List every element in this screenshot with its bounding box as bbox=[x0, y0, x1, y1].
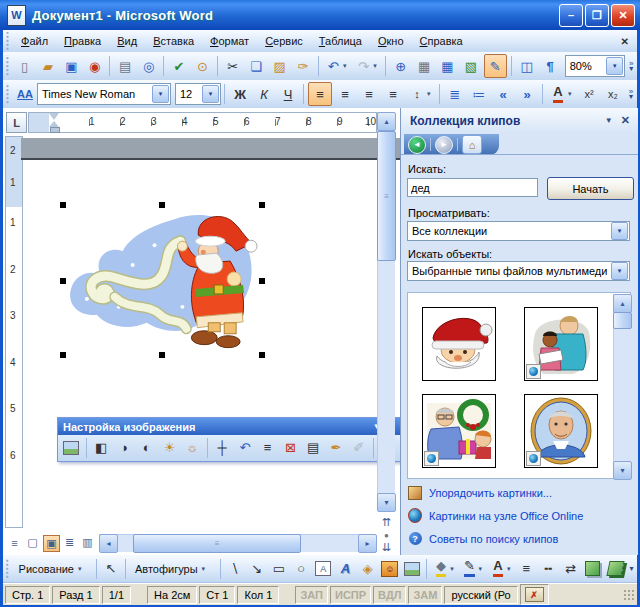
status-mode-ext[interactable]: ВДЛ bbox=[373, 586, 406, 604]
line-color-icon[interactable]: ✎ bbox=[459, 558, 479, 580]
menu-table[interactable]: Таблица bbox=[311, 32, 370, 50]
font-color-icon[interactable]: А bbox=[488, 558, 508, 580]
numbered-list-icon[interactable]: ≣ bbox=[444, 83, 466, 105]
save-icon[interactable]: ▣ bbox=[61, 55, 82, 77]
crop-icon[interactable]: ┼ bbox=[212, 437, 233, 458]
clip-art-icon[interactable]: ☺ bbox=[380, 558, 400, 580]
clip-thumbnail-santa-face[interactable] bbox=[422, 307, 496, 381]
search-go-button[interactable]: Начать bbox=[547, 177, 634, 200]
outline-view-icon[interactable]: ≣ bbox=[61, 534, 78, 551]
line-style-icon[interactable]: ≡ bbox=[257, 437, 278, 458]
copy-icon[interactable]: ❏ bbox=[245, 55, 266, 77]
toolbar-options-icon[interactable]: »▾ bbox=[625, 82, 637, 106]
browse-next-icon[interactable]: ⇊ bbox=[378, 539, 395, 555]
menu-view[interactable]: Вид bbox=[109, 32, 145, 50]
results-scroll-up-icon[interactable]: ▴ bbox=[613, 294, 632, 313]
drawing-toggle-icon[interactable]: ✎ bbox=[484, 54, 507, 78]
status-mode-ovr[interactable]: ЗАМ bbox=[408, 586, 442, 604]
line-style-icon[interactable]: ≡ bbox=[516, 558, 536, 580]
oval-tool-icon[interactable]: ○ bbox=[291, 558, 311, 580]
autoshapes-menu-button[interactable]: Автофигуры▾ bbox=[129, 561, 217, 577]
search-input[interactable] bbox=[407, 178, 538, 197]
task-pane-close-icon[interactable]: ✕ bbox=[619, 114, 638, 127]
toolbar-grip[interactable] bbox=[5, 32, 10, 50]
font-dropdown-icon[interactable]: ▾ bbox=[152, 85, 169, 103]
resize-handle[interactable] bbox=[60, 352, 66, 358]
insert-table-icon[interactable]: ▦ bbox=[437, 55, 458, 77]
resize-handle[interactable] bbox=[60, 202, 66, 208]
italic-icon[interactable]: К bbox=[253, 83, 275, 105]
media-types-combo[interactable]: Выбранные типы файлов мультимеди ▾ bbox=[407, 261, 630, 281]
text-box-icon[interactable]: А bbox=[313, 558, 333, 580]
font-size-combo[interactable]: 12 ▾ bbox=[175, 83, 221, 105]
menu-insert[interactable]: Вставка bbox=[145, 32, 202, 50]
resize-handle[interactable] bbox=[259, 352, 265, 358]
fill-color-icon[interactable]: ◆ bbox=[431, 558, 451, 580]
undo-icon[interactable]: ↶ bbox=[323, 55, 344, 77]
home-icon[interactable]: ⌂ bbox=[462, 135, 482, 154]
document-map-icon[interactable]: ◫ bbox=[516, 55, 537, 77]
subscript-icon[interactable]: x₂ bbox=[602, 83, 624, 105]
underline-icon[interactable]: Ч bbox=[277, 83, 299, 105]
maximize-button[interactable]: ❐ bbox=[585, 4, 609, 27]
wordart-icon[interactable]: А bbox=[335, 558, 355, 580]
results-scroll-down-icon[interactable]: ▾ bbox=[613, 461, 632, 480]
resize-grip[interactable] bbox=[623, 589, 635, 601]
more-contrast-icon[interactable]: ◑ bbox=[114, 437, 135, 458]
first-line-indent-marker[interactable] bbox=[49, 113, 59, 120]
back-icon[interactable]: ◄ bbox=[408, 136, 426, 154]
bulleted-list-icon[interactable]: ≔ bbox=[468, 83, 490, 105]
dash-style-icon[interactable]: ╍ bbox=[538, 558, 558, 580]
clip-thumbnail-portrait[interactable] bbox=[524, 394, 598, 468]
toolbar-grip[interactable] bbox=[5, 558, 10, 580]
status-mode-trk[interactable]: ИСПР bbox=[330, 586, 371, 604]
cut-icon[interactable]: ✂ bbox=[222, 55, 243, 77]
results-scrollbar-thumb[interactable] bbox=[613, 312, 632, 329]
print-preview-icon[interactable]: ◎ bbox=[138, 55, 159, 77]
print-icon[interactable]: ▤ bbox=[114, 55, 135, 77]
font-color-icon[interactable]: А bbox=[547, 83, 569, 105]
zoom-dropdown-icon[interactable]: ▾ bbox=[606, 57, 623, 75]
toolbar-grip[interactable] bbox=[5, 55, 10, 77]
clip-thumbnail-reading[interactable] bbox=[524, 307, 598, 381]
arrow-style-icon[interactable]: ⇄ bbox=[561, 558, 581, 580]
print-layout-view-icon[interactable]: ▣ bbox=[43, 535, 60, 552]
bold-icon[interactable]: Ж bbox=[229, 83, 251, 105]
font-name-combo[interactable]: Times New Roman ▾ bbox=[37, 83, 171, 105]
permission-icon[interactable]: ◉ bbox=[84, 55, 105, 77]
shadow-style-icon[interactable] bbox=[583, 558, 603, 580]
scroll-right-icon[interactable]: ▸ bbox=[358, 534, 377, 553]
close-document-icon[interactable]: ✕ bbox=[621, 36, 629, 47]
line-color-dropdown-icon[interactable]: ▾ bbox=[479, 565, 487, 573]
tab-selector-button[interactable]: L bbox=[6, 112, 27, 133]
task-pane-menu-icon[interactable]: ▼ bbox=[599, 116, 619, 125]
styles-and-formatting-icon[interactable]: АА bbox=[14, 83, 36, 105]
clip-thumbnail-grandpa-gift[interactable] bbox=[422, 394, 496, 468]
spelling-status[interactable]: ✗ bbox=[520, 584, 549, 605]
format-picture-icon[interactable]: ✒ bbox=[326, 437, 347, 458]
scroll-left-icon[interactable]: ◂ bbox=[99, 534, 118, 553]
status-mode-rec[interactable]: ЗАП bbox=[295, 586, 328, 604]
rotate-left-icon[interactable]: ↶ bbox=[234, 437, 255, 458]
menu-edit[interactable]: Правка bbox=[56, 32, 109, 50]
new-document-icon[interactable]: ▯ bbox=[14, 55, 35, 77]
font-color-dropdown-icon[interactable]: ▾ bbox=[507, 565, 515, 573]
insert-picture-icon[interactable] bbox=[402, 558, 422, 580]
text-wrapping-icon[interactable]: ▤ bbox=[303, 437, 324, 458]
set-transparent-color-icon[interactable]: ✐ bbox=[348, 437, 369, 458]
line-spacing-icon[interactable]: ↕ bbox=[406, 83, 428, 105]
resize-handle[interactable] bbox=[60, 278, 66, 284]
research-icon[interactable]: ⊙ bbox=[192, 55, 213, 77]
menu-file[interactable]: Файл bbox=[13, 32, 56, 50]
normal-view-icon[interactable]: ≡ bbox=[6, 534, 23, 551]
search-tips-link[interactable]: ? Советы по поиску клипов bbox=[408, 532, 558, 545]
align-left-icon[interactable]: ≡ bbox=[308, 82, 332, 106]
align-right-icon[interactable]: ≡ bbox=[358, 83, 380, 105]
insert-picture-icon[interactable] bbox=[61, 437, 82, 458]
minimize-button[interactable]: – bbox=[559, 4, 583, 27]
threed-style-icon[interactable] bbox=[605, 558, 625, 580]
left-indent-marker[interactable] bbox=[50, 127, 60, 133]
toolbar-options-icon[interactable]: »▾ bbox=[625, 54, 637, 78]
scroll-up-icon[interactable]: ▴ bbox=[377, 112, 396, 131]
reading-layout-icon[interactable]: ▥ bbox=[79, 534, 96, 551]
